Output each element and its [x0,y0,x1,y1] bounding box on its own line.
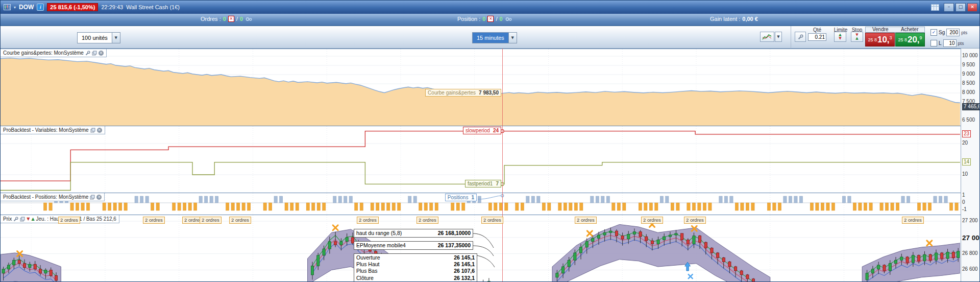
detach-window-icon[interactable] [20,217,25,222]
chart-type-dropdown[interactable]: ▼ [775,32,782,42]
timeframe-select-value: 15 minutes [473,33,508,43]
axis-tick: 26 800 [962,250,978,256]
cancel-orders-icon[interactable]: × [228,16,234,22]
buy-price-main: 20, [908,35,920,44]
wrench-icon[interactable] [85,51,90,56]
panel-price-title: Prix [3,216,12,222]
position-separator: / [496,16,497,22]
equity-chart-canvas[interactable] [1,49,961,126]
axis-tick: 20 [962,140,968,146]
axis-tick: 8 500 [962,80,975,86]
orders-status-bar: Ordres : 0 × / 0 Position : 0 × / 0 Gain… [1,14,979,26]
fastperiod-crosshair-flag: fastperiod17 [465,180,501,187]
axis-tick: 0 [962,199,965,205]
position-group: Position : 0 × / 0 [457,16,512,22]
chart-toolbar: 100 unités ▼ 15 minutes ▼ ▼ Qté Limite ▲… [1,26,979,49]
sell-arrow-icon[interactable]: ▼ [27,217,30,221]
axis-value-box: 14 [962,158,971,166]
fastperiod-flag-value: 7 [496,181,499,186]
tooltip-moving-average: EPMoyenne mobile4 26 137,35000 [354,241,473,250]
price-axis-column[interactable]: 10 0009 5009 0008 5008 0007 5006 5007 46… [961,49,980,282]
axis-tick: 27 000 [962,234,980,242]
tooltip-range-high-value: 26 168,10000 [438,230,471,237]
order-count-tag: 2 ordres [416,217,438,224]
equity-crosshair-flag: Courbe gains&pertes7 983,50 [425,89,501,97]
workspace-grid-icon[interactable] [931,4,939,11]
buy-button[interactable]: 25 8 20, 9 [895,33,925,46]
axis-tick: 8 000 [962,89,975,95]
units-dropdown-icon[interactable]: ▼ [112,33,120,43]
panel-price: Prix ▼ ▲ Jeu. : Haut 26 306,1 / Bas 25 2… [1,215,961,282]
clock: 22:29:43 [101,4,123,10]
close-panel-icon[interactable]: × [97,128,102,133]
close-button[interactable]: × [967,3,977,12]
maximize-button[interactable]: □ [955,3,966,12]
sell-button[interactable]: 25 8 10, 3 [865,33,895,46]
sell-header-label: Vendre [866,27,895,32]
axis-value-box: 7 465,6 [962,103,980,110]
symbol-dropdown-icon[interactable]: ▾ [14,5,16,10]
l-unit-label: pts [958,41,964,46]
orders-settings-gears-icon[interactable] [245,16,253,22]
panel-equity-title: Courbe gains&pertes: MonSystème [3,50,84,56]
equity-flag-value: 7 983,50 [479,90,499,96]
panel-variables-title: ProBacktest - Variables: MonSystème [3,127,89,133]
tooltip-ma-value: 26 137,35000 [438,242,471,249]
sg-checkbox[interactable] [930,29,937,36]
detach-window-icon[interactable] [90,128,95,133]
tooltip-range-high: haut du range (5,8) 26 168,10000 [354,229,473,238]
stop-order-button[interactable]: ▼ ▲ [851,32,863,42]
orders-label: Ordres : [201,16,221,22]
instrument-name: Wall Street Cash (1€) [126,4,180,10]
detach-window-icon[interactable] [92,51,97,56]
symbol-name[interactable]: DOW [19,4,34,11]
axis-value-box: 23 [962,130,971,137]
gain-group: Gain latent : 0,00 € [710,16,758,22]
order-count-tag: 2 ordres [481,217,503,224]
minimize-button[interactable]: – [944,3,954,12]
timeframe-select[interactable]: 15 minutes ▼ [472,32,517,43]
order-count-tag: 2 ordres [641,217,663,224]
price-chart-canvas[interactable] [1,215,961,282]
tooltip-ma-label: EPMoyenne mobile4 [356,242,406,249]
close-position-icon[interactable]: × [487,16,494,22]
limit-order-button[interactable]: ▲ ▼ [834,32,846,42]
sell-price-main: 10, [877,35,890,44]
order-count-tag: 2 ordres [143,217,165,224]
slowperiod-flag-label: slowperiod [465,128,490,133]
axis-tick: 10 000 [962,53,978,58]
buy-price-decimal: 9 [920,35,922,40]
order-count-tag: 2 ordres [575,217,597,224]
l-checkbox[interactable] [930,40,937,46]
app-chart-icon [4,4,11,10]
info-icon[interactable]: i [37,4,44,11]
panel-equity-curve: Courbe gains&pertes: MonSystème × [1,49,961,126]
trade-settings-button[interactable] [795,32,806,42]
units-select[interactable]: 100 unités ▼ [77,32,120,43]
tooltip-ohlc: Ouverture26 145,1Plus Haut26 145,1Plus B… [354,253,477,282]
axis-tick: 6 500 [962,117,975,123]
positions-crosshair-flag: Positions1 [445,194,477,201]
qty-input[interactable] [808,33,826,41]
fastperiod-flag-label: fastperiod1 [468,181,493,186]
timeframe-dropdown-icon[interactable]: ▼ [508,33,517,43]
detach-window-icon[interactable] [90,195,95,200]
sg-points-input[interactable] [946,29,960,36]
positions-chart-canvas[interactable] [1,193,961,215]
chart-type-icon [762,33,772,40]
close-panel-icon[interactable]: × [99,51,104,56]
position-count: 0 [482,16,485,22]
gain-label: Gain latent : [710,16,740,22]
l-points-input[interactable] [943,39,957,47]
buy-price-prefix: 25 8 [898,37,907,42]
orders-count-2: 0 [240,16,243,22]
buy-arrow-icon[interactable]: ▲ [31,217,34,221]
chart-type-button[interactable] [760,32,774,42]
position-settings-gears-icon[interactable] [505,16,512,22]
wrench-icon[interactable] [13,217,18,222]
sg-label: Sg [939,30,945,35]
close-panel-icon[interactable]: × [96,195,102,200]
sg-unit-label: pts [961,30,967,35]
orders-group: Ordres : 0 × / 0 [201,16,253,22]
panel-variables-header: ProBacktest - Variables: MonSystème × [1,126,105,134]
